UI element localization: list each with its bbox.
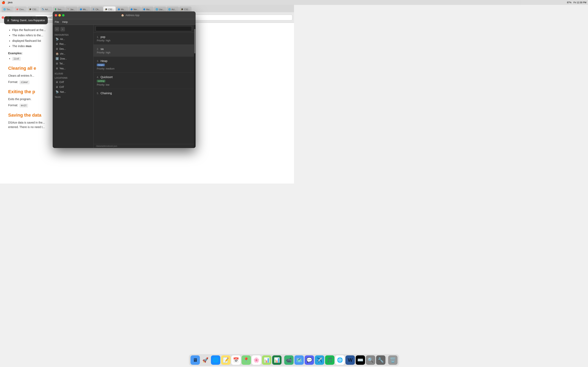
tab-bar: 🌐Tim... 🐙Chro... 🎓CS2... ✈️Airl... 💲Sen.… (0, 5, 294, 12)
app-title: 🏠 Address App (67, 14, 194, 17)
item-2-priority: Priority: high (97, 51, 191, 54)
chrome-icon: 🏠 (56, 52, 59, 55)
sidebar-item-downloads[interactable]: ⬇️ Dow... (53, 56, 93, 61)
app-sidebar: ‹ › Favourites 📡 Air... 🖥 Rec... 🖥 Des..… (53, 25, 94, 148)
sidebar-back-btn[interactable]: ‹ (55, 27, 59, 31)
app-content-area: 1. pop Priority: high 2. sa Priority: hi… (94, 25, 194, 148)
tel-icon: 🖥 (56, 62, 58, 65)
menubar-left: 🍎 java (2, 1, 12, 4)
sidebar-favourites-label: Favourites (53, 32, 93, 36)
list-item-3[interactable]: 3. Heap heaps Priority: medium (94, 57, 194, 73)
tab-3[interactable]: ✈️Airl... (40, 7, 52, 12)
sidebar-nav: ‹ › (53, 26, 93, 32)
network-icon: 📡 (56, 90, 59, 93)
cat1-icon: 🖥 (56, 81, 58, 83)
menubar: 🍎 java 87% Fri 12:30 PM (0, 0, 294, 5)
app-search-bar (94, 25, 194, 33)
app-menubar: File Help (53, 19, 196, 25)
recents-icon: 🖥 (56, 42, 58, 45)
app-titlebar: 🏠 Address App (53, 11, 196, 19)
list-item-5[interactable]: 5. Chaining (94, 89, 194, 98)
address-app-window: 🏠 Address App File Help ‹ › Favourites 📡… (53, 11, 196, 148)
app-search-input[interactable] (95, 26, 192, 31)
item-3-tag: heaps (97, 64, 105, 66)
app-title-icon: 🏠 (121, 14, 124, 17)
sidebar-item-recents[interactable]: 🖥 Rec... (53, 42, 93, 46)
cat2-icon: 🖥 (56, 85, 58, 89)
scrollbar-thumb[interactable] (194, 29, 195, 53)
notification-popup: ∧ Talking: Damit...tura Rajapakse (4, 16, 48, 24)
item-4-priority: Priority: low (97, 83, 191, 86)
footer-path: ./data/addressbook.json (95, 145, 117, 147)
menu-help[interactable]: Help (62, 20, 68, 24)
item-3-tag-row: heaps (97, 63, 191, 67)
item-4-tag-row: sorting (97, 79, 191, 83)
app-name: java (8, 1, 12, 4)
downloads-icon: ⬇️ (56, 57, 59, 60)
menu-file[interactable]: File (55, 20, 59, 24)
notification-text: Talking: Damit...tura Rajapakse (11, 19, 45, 22)
app-traffic-lights (55, 14, 65, 17)
app-list: 1. pop Priority: high 2. sa Priority: hi… (94, 33, 194, 144)
sidebar-item-cat2[interactable]: 🖥 CAT (53, 85, 93, 89)
app-close[interactable] (55, 14, 57, 17)
app-minimize[interactable] (58, 14, 61, 17)
tab-2[interactable]: 🎓CS2... (27, 7, 40, 12)
scrollbar[interactable] (194, 25, 196, 148)
sidebar-item-chrome[interactable]: 🏠 chr... (53, 51, 93, 56)
chevron-up-icon: ∧ (7, 18, 9, 22)
sidebar-item-airplay[interactable]: 📡 Air... (53, 37, 93, 42)
sidebar-item-year[interactable]: 🖥 Yea... (53, 66, 93, 71)
sidebar-icloud-label: iCloud (53, 71, 93, 75)
list-item-4[interactable]: 4. Quicksort sorting Priority: low (94, 73, 194, 89)
list-item-1[interactable]: 1. pop Priority: high (94, 33, 194, 45)
item-4-tag: sorting (97, 80, 105, 82)
app-footer: ./data/addressbook.json (94, 144, 194, 148)
year-icon: 🖥 (56, 67, 58, 70)
list-item-2[interactable]: 2. sa Priority: high (94, 45, 194, 57)
desktop-icon: 🖥 (56, 47, 58, 50)
sidebar-forward-btn[interactable]: › (61, 27, 65, 31)
sidebar-item-network[interactable]: 📡 Net... (53, 90, 93, 94)
browser-close[interactable] (2, 16, 4, 19)
app-maximize[interactable] (62, 14, 65, 17)
item-5-header: 5. Chaining (97, 91, 191, 95)
sidebar-tags-label: Tags (53, 94, 93, 99)
item-1-priority: Priority: high (97, 39, 191, 42)
tab-0[interactable]: 🌐Tim... (2, 7, 14, 12)
sidebar-item-cat1[interactable]: 🖥 CAT (53, 80, 93, 84)
tab-1[interactable]: 🐙Chro... (14, 7, 27, 12)
item-1-header: 1. pop (97, 35, 191, 39)
app-main: ‹ › Favourites 📡 Air... 🖥 Rec... 🖥 Des..… (53, 25, 196, 148)
airplay-icon: 📡 (56, 38, 59, 41)
item-3-priority: Priority: medium (97, 67, 191, 70)
item-2-header: 2. sa (97, 47, 191, 51)
apple-menu[interactable]: 🍎 (2, 1, 5, 4)
sidebar-item-desktop[interactable]: 🖥 Des... (53, 47, 93, 51)
sidebar-locations-label: Locations (53, 75, 93, 80)
item-4-header: 4. Quicksort (97, 75, 191, 79)
sidebar-item-tel[interactable]: 🖥 Tel... (53, 61, 93, 66)
item-3-header: 3. Heap (97, 59, 191, 63)
